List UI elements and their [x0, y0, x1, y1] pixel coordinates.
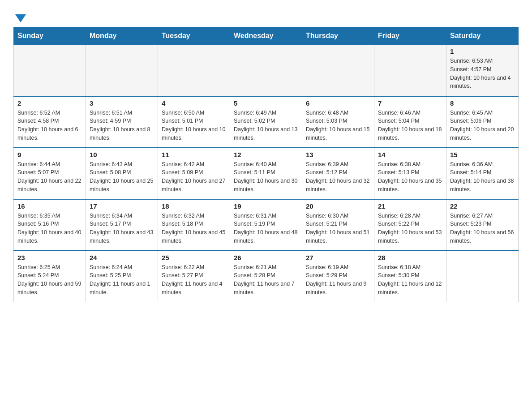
calendar-day-cell: 8Sunrise: 6:45 AMSunset: 5:06 PMDaylight… [446, 96, 519, 148]
calendar-week-row: 1Sunrise: 6:53 AMSunset: 4:57 PMDaylight… [14, 45, 519, 96]
day-info: Sunrise: 6:22 AMSunset: 5:27 PMDaylight:… [162, 263, 226, 297]
day-of-week-header: Tuesday [158, 27, 230, 45]
calendar-day-cell: 15Sunrise: 6:36 AMSunset: 5:14 PMDayligh… [446, 148, 519, 199]
day-number: 22 [450, 202, 515, 210]
day-number: 13 [306, 151, 370, 158]
day-number: 26 [234, 254, 298, 261]
day-info: Sunrise: 6:49 AMSunset: 5:02 PMDaylight:… [234, 109, 298, 142]
day-info: Sunrise: 6:48 AMSunset: 5:03 PMDaylight:… [306, 109, 370, 142]
calendar-table: SundayMondayTuesdayWednesdayThursdayFrid… [13, 27, 519, 302]
calendar-day-cell: 7Sunrise: 6:46 AMSunset: 5:04 PMDaylight… [374, 96, 446, 148]
day-info: Sunrise: 6:25 AMSunset: 5:24 PMDaylight:… [17, 263, 82, 297]
day-number: 24 [90, 254, 154, 261]
calendar-day-cell: 13Sunrise: 6:39 AMSunset: 5:12 PMDayligh… [302, 148, 374, 199]
day-number: 11 [162, 151, 226, 158]
calendar-day-cell [14, 45, 86, 96]
day-number: 14 [378, 151, 442, 158]
day-of-week-header: Sunday [14, 27, 86, 45]
day-info: Sunrise: 6:46 AMSunset: 5:04 PMDaylight:… [378, 109, 442, 142]
calendar-day-cell: 9Sunrise: 6:44 AMSunset: 5:07 PMDaylight… [14, 148, 86, 199]
day-number: 1 [450, 47, 515, 55]
day-of-week-header: Friday [374, 27, 446, 45]
day-info: Sunrise: 6:53 AMSunset: 4:57 PMDaylight:… [450, 57, 515, 90]
day-number: 5 [234, 99, 298, 107]
calendar-day-cell: 27Sunrise: 6:19 AMSunset: 5:29 PMDayligh… [302, 251, 374, 302]
day-number: 23 [17, 254, 82, 261]
day-info: Sunrise: 6:28 AMSunset: 5:22 PMDaylight:… [378, 212, 442, 245]
day-number: 25 [162, 254, 226, 261]
day-number: 15 [450, 151, 515, 158]
day-info: Sunrise: 6:32 AMSunset: 5:18 PMDaylight:… [162, 212, 226, 245]
day-info: Sunrise: 6:42 AMSunset: 5:09 PMDaylight:… [162, 160, 226, 194]
calendar-day-cell: 17Sunrise: 6:34 AMSunset: 5:17 PMDayligh… [86, 199, 158, 251]
calendar-day-cell [230, 45, 302, 96]
day-info: Sunrise: 6:31 AMSunset: 5:19 PMDaylight:… [234, 212, 298, 245]
calendar-week-row: 9Sunrise: 6:44 AMSunset: 5:07 PMDaylight… [14, 148, 519, 199]
day-info: Sunrise: 6:52 AMSunset: 4:58 PMDaylight:… [17, 109, 82, 142]
day-info: Sunrise: 6:21 AMSunset: 5:28 PMDaylight:… [234, 263, 298, 297]
day-number: 28 [378, 254, 442, 261]
day-of-week-header: Thursday [302, 27, 374, 45]
page-header [13, 9, 519, 22]
day-info: Sunrise: 6:24 AMSunset: 5:25 PMDaylight:… [90, 263, 154, 297]
day-info: Sunrise: 6:40 AMSunset: 5:11 PMDaylight:… [234, 160, 298, 194]
day-of-week-header: Wednesday [230, 27, 302, 45]
day-info: Sunrise: 6:36 AMSunset: 5:14 PMDaylight:… [450, 160, 515, 194]
day-info: Sunrise: 6:34 AMSunset: 5:17 PMDaylight:… [90, 212, 154, 245]
calendar-day-cell: 25Sunrise: 6:22 AMSunset: 5:27 PMDayligh… [158, 251, 230, 302]
calendar-day-cell: 20Sunrise: 6:30 AMSunset: 5:21 PMDayligh… [302, 199, 374, 251]
day-number: 8 [450, 99, 515, 107]
calendar-day-cell: 10Sunrise: 6:43 AMSunset: 5:08 PMDayligh… [86, 148, 158, 199]
calendar-day-cell: 1Sunrise: 6:53 AMSunset: 4:57 PMDaylight… [446, 45, 519, 96]
calendar-header-row: SundayMondayTuesdayWednesdayThursdayFrid… [14, 27, 519, 45]
calendar-day-cell: 18Sunrise: 6:32 AMSunset: 5:18 PMDayligh… [158, 199, 230, 251]
day-of-week-header: Monday [86, 27, 158, 45]
day-number: 3 [90, 99, 154, 107]
day-info: Sunrise: 6:35 AMSunset: 5:16 PMDaylight:… [17, 212, 82, 245]
calendar-week-row: 16Sunrise: 6:35 AMSunset: 5:16 PMDayligh… [14, 199, 519, 251]
day-info: Sunrise: 6:51 AMSunset: 4:59 PMDaylight:… [90, 109, 154, 142]
calendar-day-cell: 28Sunrise: 6:18 AMSunset: 5:30 PMDayligh… [374, 251, 446, 302]
calendar-day-cell: 5Sunrise: 6:49 AMSunset: 5:02 PMDaylight… [230, 96, 302, 148]
calendar-day-cell: 4Sunrise: 6:50 AMSunset: 5:01 PMDaylight… [158, 96, 230, 148]
day-info: Sunrise: 6:27 AMSunset: 5:23 PMDaylight:… [450, 212, 515, 245]
day-number: 20 [306, 202, 370, 210]
day-info: Sunrise: 6:43 AMSunset: 5:08 PMDaylight:… [90, 160, 154, 194]
day-info: Sunrise: 6:19 AMSunset: 5:29 PMDaylight:… [306, 263, 370, 297]
day-number: 21 [378, 202, 442, 210]
day-info: Sunrise: 6:30 AMSunset: 5:21 PMDaylight:… [306, 212, 370, 245]
calendar-day-cell: 12Sunrise: 6:40 AMSunset: 5:11 PMDayligh… [230, 148, 302, 199]
calendar-day-cell [374, 45, 446, 96]
day-number: 19 [234, 202, 298, 210]
day-of-week-header: Saturday [446, 27, 519, 45]
day-info: Sunrise: 6:45 AMSunset: 5:06 PMDaylight:… [450, 109, 515, 142]
calendar-day-cell: 14Sunrise: 6:38 AMSunset: 5:13 PMDayligh… [374, 148, 446, 199]
calendar-day-cell: 24Sunrise: 6:24 AMSunset: 5:25 PMDayligh… [86, 251, 158, 302]
calendar-day-cell [446, 251, 519, 302]
day-number: 4 [162, 99, 226, 107]
day-number: 9 [17, 151, 82, 158]
logo [13, 13, 26, 22]
calendar-day-cell: 2Sunrise: 6:52 AMSunset: 4:58 PMDaylight… [14, 96, 86, 148]
day-info: Sunrise: 6:18 AMSunset: 5:30 PMDaylight:… [378, 263, 442, 297]
calendar-day-cell: 22Sunrise: 6:27 AMSunset: 5:23 PMDayligh… [446, 199, 519, 251]
day-info: Sunrise: 6:39 AMSunset: 5:12 PMDaylight:… [306, 160, 370, 194]
day-number: 27 [306, 254, 370, 261]
calendar-day-cell: 11Sunrise: 6:42 AMSunset: 5:09 PMDayligh… [158, 148, 230, 199]
calendar-day-cell [86, 45, 158, 96]
day-number: 10 [90, 151, 154, 158]
calendar-day-cell: 16Sunrise: 6:35 AMSunset: 5:16 PMDayligh… [14, 199, 86, 251]
calendar-day-cell [302, 45, 374, 96]
day-info: Sunrise: 6:38 AMSunset: 5:13 PMDaylight:… [378, 160, 442, 194]
day-number: 2 [17, 99, 82, 107]
calendar-day-cell: 26Sunrise: 6:21 AMSunset: 5:28 PMDayligh… [230, 251, 302, 302]
day-number: 6 [306, 99, 370, 107]
day-info: Sunrise: 6:50 AMSunset: 5:01 PMDaylight:… [162, 109, 226, 142]
day-number: 7 [378, 99, 442, 107]
calendar-day-cell: 21Sunrise: 6:28 AMSunset: 5:22 PMDayligh… [374, 199, 446, 251]
calendar-week-row: 23Sunrise: 6:25 AMSunset: 5:24 PMDayligh… [14, 251, 519, 302]
day-number: 17 [90, 202, 154, 210]
calendar-day-cell: 3Sunrise: 6:51 AMSunset: 4:59 PMDaylight… [86, 96, 158, 148]
day-info: Sunrise: 6:44 AMSunset: 5:07 PMDaylight:… [17, 160, 82, 194]
logo-arrow-icon [15, 14, 26, 22]
